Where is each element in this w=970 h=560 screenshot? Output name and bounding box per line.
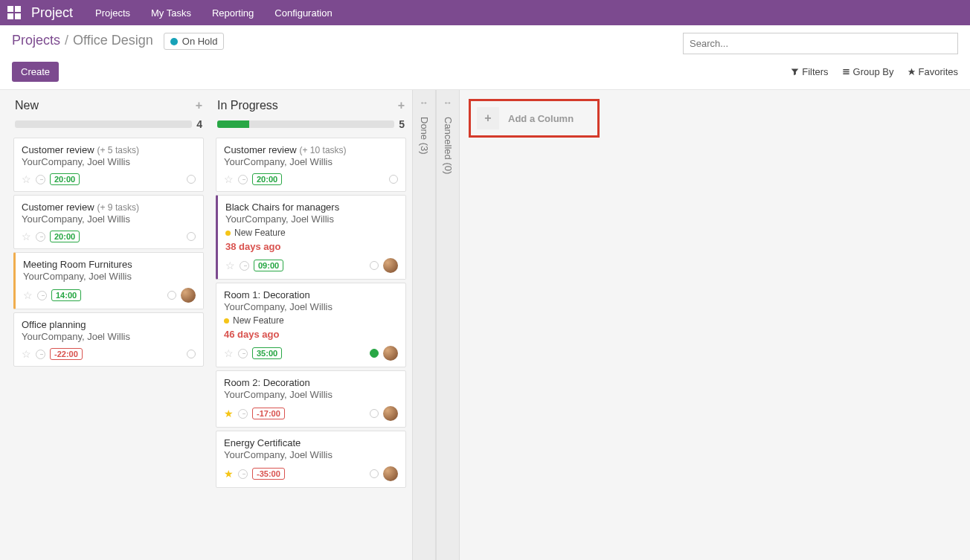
tag-dot-icon	[224, 318, 229, 324]
clock-icon	[36, 232, 45, 242]
state-dot[interactable]	[187, 175, 196, 184]
filters-row: Filters Group By Favorites	[791, 66, 958, 77]
star-icon[interactable]: ★	[224, 408, 234, 419]
avatar[interactable]	[383, 406, 398, 421]
avatar[interactable]	[383, 346, 398, 361]
search-area	[683, 33, 958, 54]
apps-icon[interactable]	[7, 6, 21, 19]
breadcrumb-sep: /	[65, 33, 68, 48]
clock-icon	[238, 349, 248, 358]
breadcrumb-parent[interactable]: Projects	[12, 33, 60, 48]
clock-icon	[37, 291, 47, 300]
state-dot[interactable]	[187, 232, 196, 241]
column-add-card-icon[interactable]: +	[196, 99, 202, 112]
star-icon[interactable]: ☆	[224, 347, 234, 359]
task-card[interactable]: Office planning YourCompany, Joel Willis…	[13, 312, 204, 367]
state-dot[interactable]	[370, 349, 379, 358]
column-progress-bar	[15, 120, 192, 128]
column-progress-bar	[217, 120, 394, 128]
time-pill: -17:00	[252, 408, 285, 419]
clock-icon	[238, 175, 248, 184]
add-column-button[interactable]: +	[477, 107, 499, 129]
folded-column-done[interactable]: ↔ Done (3)	[412, 90, 436, 560]
column-new: New + 4 Customer review(+ 5 tasks) YourC…	[7, 90, 210, 560]
groupby-button[interactable]: Group By	[842, 66, 894, 77]
add-column-label[interactable]: Add a Column	[508, 113, 574, 124]
column-count: 4	[196, 118, 202, 130]
clock-icon	[240, 261, 249, 271]
nav-reporting[interactable]: Reporting	[212, 7, 254, 19]
top-nav: Project Projects My Tasks Reporting Conf…	[0, 0, 970, 25]
kanban-board: New + 4 Customer review(+ 5 tasks) YourC…	[0, 89, 970, 560]
breadcrumb: Projects / Office Design	[12, 33, 153, 48]
status-pill[interactable]: On Hold	[164, 33, 225, 50]
tag-dot-icon	[225, 231, 231, 236]
app-brand: Project	[31, 5, 73, 21]
time-pill: 14:00	[51, 289, 81, 301]
overdue-label: 38 days ago	[225, 241, 398, 252]
state-dot[interactable]	[370, 469, 379, 478]
star-icon[interactable]: ★	[224, 468, 234, 480]
state-dot[interactable]	[370, 261, 379, 270]
status-dot-icon	[170, 38, 178, 45]
folded-label: Cancelled (0)	[443, 117, 454, 174]
nav-projects[interactable]: Projects	[95, 7, 130, 19]
folded-label: Done (3)	[419, 117, 430, 155]
nav-configuration[interactable]: Configuration	[274, 7, 332, 19]
list-icon	[842, 68, 850, 76]
task-card[interactable]: Room 2: Decoration YourCompany, Joel Wil…	[216, 370, 406, 428]
state-dot[interactable]	[187, 350, 196, 358]
clock-icon	[36, 350, 45, 359]
nav-my-tasks[interactable]: My Tasks	[151, 7, 191, 19]
time-pill: 35:00	[252, 347, 282, 359]
task-card[interactable]: Energy Certificate YourCompany, Joel Wil…	[216, 431, 406, 488]
task-card[interactable]: Room 1: Decoration YourCompany, Joel Wil…	[216, 283, 406, 367]
state-dot[interactable]	[389, 175, 398, 184]
avatar[interactable]	[383, 466, 398, 481]
clock-icon	[238, 409, 248, 419]
task-card[interactable]: Black Chairs for managers YourCompany, J…	[216, 195, 406, 280]
filter-icon	[791, 68, 799, 76]
column-title[interactable]: New	[15, 99, 196, 112]
star-icon[interactable]: ☆	[22, 231, 31, 242]
add-column-highlight: + Add a Column	[469, 99, 600, 138]
star-icon	[908, 68, 916, 76]
toolbar-row: Create Filters Group By Favorites	[0, 59, 970, 89]
task-card[interactable]: Customer review(+ 5 tasks) YourCompany, …	[13, 138, 204, 192]
expand-icon: ↔	[420, 97, 428, 108]
tag-label: New Feature	[233, 315, 284, 326]
favorites-button[interactable]: Favorites	[908, 66, 958, 77]
search-input[interactable]	[683, 33, 958, 54]
state-dot[interactable]	[370, 409, 379, 418]
create-button[interactable]: Create	[12, 62, 59, 82]
state-dot[interactable]	[167, 291, 176, 300]
time-pill: 20:00	[252, 173, 282, 185]
star-icon[interactable]: ☆	[225, 260, 235, 271]
star-icon[interactable]: ☆	[224, 173, 234, 185]
task-card[interactable]: Customer review(+ 10 tasks) YourCompany,…	[216, 138, 406, 192]
expand-icon: ↔	[443, 97, 452, 108]
column-count: 5	[399, 118, 405, 130]
folded-column-cancelled[interactable]: ↔ Cancelled (0)	[436, 90, 460, 560]
tag-label: New Feature	[234, 228, 286, 238]
clock-icon	[238, 469, 248, 479]
filters-button[interactable]: Filters	[791, 66, 828, 77]
time-pill: 09:00	[254, 260, 283, 271]
column-title[interactable]: In Progress	[217, 99, 398, 112]
task-card[interactable]: Customer review(+ 9 tasks) YourCompany, …	[13, 195, 204, 249]
star-icon[interactable]: ☆	[23, 289, 33, 301]
task-card[interactable]: Meeting Room Furnitures YourCompany, Joe…	[13, 252, 204, 309]
star-icon[interactable]: ☆	[22, 173, 31, 185]
overdue-label: 46 days ago	[224, 329, 398, 340]
clock-icon	[36, 175, 45, 184]
time-pill: 20:00	[50, 231, 80, 242]
status-label: On Hold	[182, 36, 218, 47]
star-icon[interactable]: ☆	[22, 348, 31, 360]
avatar[interactable]	[383, 258, 398, 273]
time-pill: -35:00	[252, 468, 285, 480]
control-bar: Projects / Office Design On Hold	[0, 25, 970, 59]
add-column-area: + Add a Column	[460, 90, 608, 560]
avatar[interactable]	[181, 288, 196, 303]
column-add-card-icon[interactable]: +	[398, 99, 405, 112]
column-in-progress: In Progress + 5 Customer review(+ 10 tas…	[210, 90, 412, 560]
